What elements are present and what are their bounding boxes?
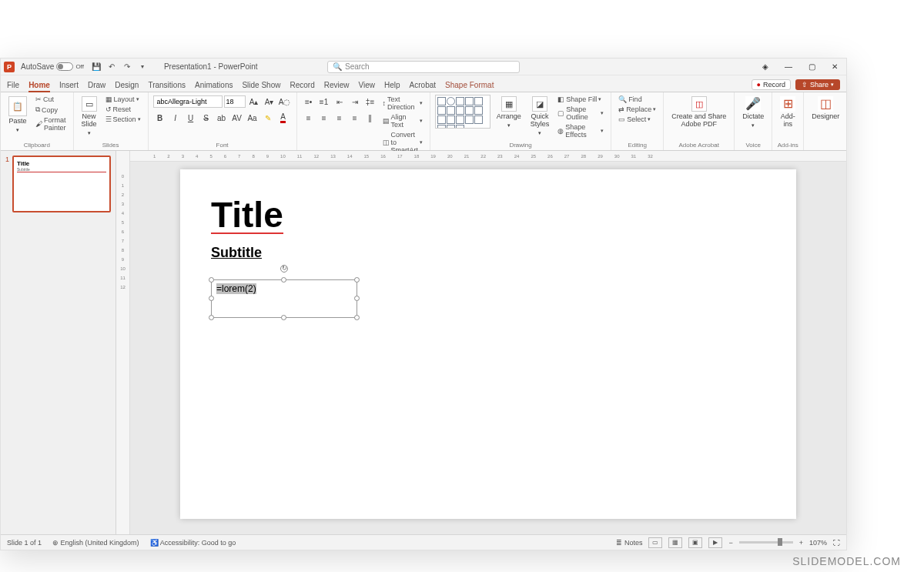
tab-record[interactable]: Record bbox=[290, 81, 314, 92]
bold-button[interactable]: B bbox=[153, 111, 167, 125]
font-name-input[interactable] bbox=[153, 95, 223, 108]
tab-shape-format[interactable]: Shape Format bbox=[445, 81, 494, 92]
zoom-out-button[interactable]: − bbox=[728, 539, 732, 547]
normal-view-button[interactable]: ▭ bbox=[648, 537, 662, 548]
highlight-button[interactable]: ✎ bbox=[261, 111, 275, 125]
copy-button[interactable]: ⧉Copy bbox=[33, 105, 69, 115]
tab-view[interactable]: View bbox=[359, 81, 376, 92]
increase-font-button[interactable]: A▴ bbox=[247, 95, 261, 109]
ribbon-display-icon[interactable]: ◈ bbox=[754, 59, 777, 75]
accessibility-status[interactable]: ♿ Accessibility: Good to go bbox=[150, 539, 236, 547]
share-button[interactable]: ⇧Share▾ bbox=[795, 79, 840, 90]
textbox-content[interactable]: =lorem(2) bbox=[212, 280, 357, 298]
align-left-button[interactable]: ≡ bbox=[302, 111, 316, 125]
quick-styles-button[interactable]: ◪Quick Styles▾ bbox=[527, 95, 553, 137]
redo-icon[interactable]: ↷ bbox=[121, 61, 133, 73]
format-painter-button[interactable]: 🖌Format Painter bbox=[33, 115, 69, 132]
numbering-button[interactable]: ≡1 bbox=[317, 95, 331, 109]
resize-handle[interactable] bbox=[209, 277, 214, 283]
designer-button[interactable]: ◫Designer bbox=[808, 95, 842, 122]
language-status[interactable]: ⊕ English (United Kingdom) bbox=[52, 539, 139, 547]
tab-help[interactable]: Help bbox=[384, 81, 400, 92]
shapes-gallery[interactable] bbox=[435, 95, 490, 129]
line-spacing-button[interactable]: ‡≡ bbox=[363, 95, 377, 109]
slide-title[interactable]: Title bbox=[211, 197, 283, 234]
resize-handle[interactable] bbox=[281, 315, 286, 320]
dictate-button[interactable]: 🎤Dictate▾ bbox=[739, 95, 767, 130]
tab-home[interactable]: Home bbox=[28, 81, 50, 92]
addins-button[interactable]: ⊞Add-ins bbox=[777, 95, 798, 130]
columns-button[interactable]: ‖ bbox=[363, 111, 377, 125]
justify-button[interactable]: ≡ bbox=[348, 111, 362, 125]
shape-fill-button[interactable]: ◧Shape Fill▾ bbox=[555, 95, 606, 104]
adobe-pdf-button[interactable]: ◫Create and Share Adobe PDF bbox=[668, 95, 729, 130]
slide-canvas[interactable]: Title Subtitle =lorem(2) bbox=[180, 169, 796, 519]
qat-dropdown-icon[interactable]: ▾ bbox=[136, 61, 149, 73]
arrange-button[interactable]: ▦Arrange▾ bbox=[494, 95, 524, 130]
tab-animations[interactable]: Animations bbox=[195, 81, 233, 92]
new-slide-button[interactable]: ▭ New Slide▾ bbox=[79, 95, 100, 137]
resize-handle[interactable] bbox=[281, 277, 286, 283]
strikethrough-button[interactable]: S bbox=[199, 111, 213, 125]
undo-icon[interactable]: ↶ bbox=[105, 61, 118, 73]
align-text-button[interactable]: ▤Align Text▾ bbox=[380, 112, 426, 129]
zoom-level[interactable]: 107% bbox=[809, 539, 827, 547]
autosave-toggle[interactable] bbox=[56, 62, 73, 71]
reset-button[interactable]: ↺Reset bbox=[103, 105, 143, 114]
font-color-button[interactable]: A bbox=[276, 111, 290, 125]
resize-handle[interactable] bbox=[354, 277, 360, 283]
slide-subtitle[interactable]: Subtitle bbox=[211, 245, 765, 261]
decrease-indent-button[interactable]: ⇤ bbox=[333, 95, 346, 109]
resize-handle[interactable] bbox=[354, 296, 360, 301]
rotate-handle[interactable] bbox=[280, 265, 288, 273]
increase-indent-button[interactable]: ⇥ bbox=[348, 95, 362, 109]
slideshow-view-button[interactable]: ▶ bbox=[708, 537, 722, 548]
notes-button[interactable]: ≣ Notes bbox=[616, 539, 642, 547]
tab-design[interactable]: Design bbox=[115, 81, 139, 92]
selected-textbox[interactable]: =lorem(2) bbox=[211, 279, 357, 318]
decrease-font-button[interactable]: A▾ bbox=[263, 95, 276, 109]
zoom-in-button[interactable]: + bbox=[799, 539, 803, 547]
tab-review[interactable]: Review bbox=[324, 81, 350, 92]
clear-formatting-button[interactable]: A◌ bbox=[278, 95, 292, 109]
slide-thumbnail[interactable]: Title Subtitle bbox=[12, 156, 111, 212]
paste-button[interactable]: 📋 Paste▾ bbox=[5, 95, 30, 135]
align-center-button[interactable]: ≡ bbox=[317, 111, 331, 125]
minimize-button[interactable]: — bbox=[777, 59, 800, 75]
tab-file[interactable]: File bbox=[7, 81, 19, 92]
tab-slideshow[interactable]: Slide Show bbox=[242, 81, 280, 92]
tab-draw[interactable]: Draw bbox=[88, 81, 105, 92]
shape-outline-button[interactable]: ▢Shape Outline▾ bbox=[555, 105, 606, 122]
record-button[interactable]: ●Record bbox=[752, 79, 791, 90]
tab-transitions[interactable]: Transitions bbox=[148, 81, 186, 92]
sorter-view-button[interactable]: ▦ bbox=[668, 537, 682, 548]
find-button[interactable]: 🔍Find bbox=[616, 95, 658, 104]
resize-handle[interactable] bbox=[209, 296, 214, 301]
shadow-button[interactable]: ab bbox=[215, 111, 229, 125]
close-button[interactable]: ✕ bbox=[823, 59, 846, 75]
change-case-button[interactable]: Aa bbox=[246, 111, 259, 125]
text-direction-button[interactable]: ↕Text Direction▾ bbox=[380, 95, 426, 112]
italic-button[interactable]: I bbox=[169, 111, 182, 125]
underline-button[interactable]: U bbox=[184, 111, 198, 125]
replace-button[interactable]: ⇄Replace▾ bbox=[616, 105, 658, 114]
save-icon[interactable]: 💾 bbox=[90, 61, 102, 73]
shape-effects-button[interactable]: ◍Shape Effects▾ bbox=[555, 122, 606, 139]
tab-acrobat[interactable]: Acrobat bbox=[410, 81, 436, 92]
font-size-input[interactable] bbox=[224, 95, 246, 108]
resize-handle[interactable] bbox=[354, 315, 360, 320]
char-spacing-button[interactable]: AV bbox=[230, 111, 244, 125]
select-button[interactable]: ▭Select▾ bbox=[616, 115, 658, 124]
resize-handle[interactable] bbox=[209, 315, 214, 320]
cut-button[interactable]: ✂Cut bbox=[33, 95, 69, 104]
zoom-slider[interactable] bbox=[739, 541, 793, 544]
section-button[interactable]: ☰Section▾ bbox=[103, 115, 143, 124]
search-input[interactable]: 🔍 Search bbox=[327, 61, 520, 73]
bullets-button[interactable]: ≡• bbox=[302, 95, 316, 109]
align-right-button[interactable]: ≡ bbox=[333, 111, 346, 125]
fit-to-window-button[interactable]: ⛶ bbox=[833, 539, 840, 547]
slide-panel[interactable]: 1 Title Subtitle bbox=[1, 151, 116, 534]
tab-insert[interactable]: Insert bbox=[59, 81, 79, 92]
slide-counter[interactable]: Slide 1 of 1 bbox=[7, 539, 42, 547]
maximize-button[interactable]: ▢ bbox=[800, 59, 823, 75]
